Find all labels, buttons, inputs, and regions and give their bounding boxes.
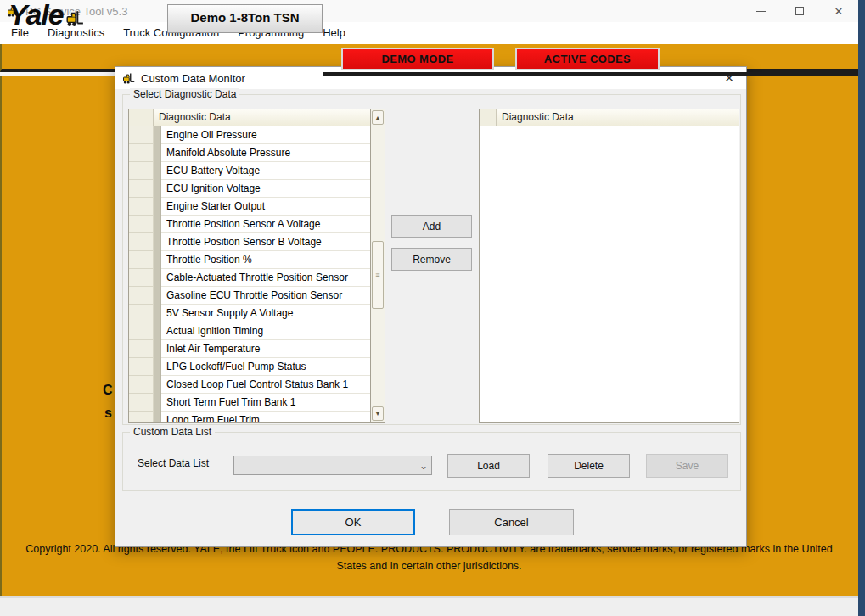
select-data-list-label: Select Data List	[138, 457, 209, 469]
table-row[interactable]: Inlet Air Temperature	[129, 340, 370, 358]
row-selector[interactable]	[129, 340, 154, 358]
diagnostic-item-label[interactable]: Long Term Fuel Trim	[161, 412, 370, 422]
row-indicator	[154, 340, 161, 358]
diagnostic-item-label[interactable]: Gasoline ECU Throttle Position Sensor	[161, 287, 370, 305]
background-text-fragment: s	[104, 406, 112, 421]
diagnostic-item-label[interactable]: Inlet Air Temperature	[161, 340, 370, 358]
remove-button[interactable]: Remove	[391, 248, 472, 271]
group-label: Custom Data List	[130, 426, 215, 438]
diagnostic-item-label[interactable]: Engine Starter Output	[161, 198, 370, 216]
diagnostic-item-label[interactable]: Closed Loop Fuel Control Status Bank 1	[161, 376, 370, 394]
row-selector[interactable]	[129, 305, 154, 322]
table-row[interactable]: Throttle Position Sensor B Voltage	[129, 233, 370, 251]
table-row[interactable]: Short Term Fuel Trim Bank 1	[129, 394, 370, 412]
row-selector[interactable]	[129, 233, 154, 251]
row-selector[interactable]	[129, 269, 154, 287]
background-text-fragment: C	[103, 383, 113, 398]
row-selector[interactable]	[129, 144, 154, 162]
truck-model-button[interactable]: Demo 1-8Ton TSN	[167, 4, 323, 33]
diagnostic-item-label[interactable]: Actual Ignition Timing	[161, 322, 370, 340]
row-selector[interactable]	[129, 376, 154, 394]
add-button[interactable]: Add	[391, 215, 472, 238]
table-row[interactable]: Throttle Position %	[129, 251, 370, 269]
table-row[interactable]: Throttle Position Sensor A Voltage	[129, 216, 370, 233]
table-row[interactable]: Long Term Fuel Trim	[129, 412, 370, 422]
row-selector[interactable]	[129, 162, 154, 180]
row-indicator	[154, 126, 161, 144]
group-label: Select Diagnostic Data	[130, 88, 239, 100]
row-selector[interactable]	[129, 358, 154, 376]
table-row[interactable]: Actual Ignition Timing	[129, 322, 370, 340]
diagnostic-item-label[interactable]: Throttle Position Sensor A Voltage	[161, 216, 370, 233]
table-row[interactable]: Engine Starter Output	[129, 198, 370, 216]
scroll-up-icon: ▲	[375, 115, 381, 120]
diagnostic-item-label[interactable]: Manifold Absolute Pressure	[161, 144, 370, 162]
row-selector[interactable]	[129, 251, 154, 269]
table-row[interactable]: Manifold Absolute Pressure	[129, 144, 370, 162]
status-strip	[0, 596, 858, 616]
available-data-grid[interactable]: Diagnostic Data Engine Oil Pressure Mani…	[128, 109, 385, 423]
load-button[interactable]: Load	[447, 454, 530, 478]
diagnostic-item-label[interactable]: Cable-Actuated Throttle Position Sensor	[161, 269, 370, 287]
row-selector[interactable]	[129, 412, 154, 422]
close-button[interactable]: ✕	[819, 0, 858, 22]
maximize-button[interactable]	[780, 0, 819, 22]
row-selector[interactable]	[129, 322, 154, 340]
table-row[interactable]: ECU Ignition Voltage	[129, 180, 370, 198]
maximize-icon	[795, 7, 804, 15]
row-selector[interactable]	[129, 180, 154, 198]
dialog-close-button[interactable]: ✕	[712, 67, 746, 89]
diagnostic-item-label[interactable]: LPG Lockoff/Fuel Pump Status	[161, 358, 370, 376]
table-row[interactable]: Closed Loop Fuel Control Status Bank 1	[129, 376, 370, 394]
row-indicator	[154, 251, 161, 269]
table-row[interactable]: ECU Battery Voltage	[129, 162, 370, 180]
table-row[interactable]: Engine Oil Pressure	[129, 126, 370, 144]
row-indicator	[154, 376, 161, 394]
table-row[interactable]: 5V Sensor Supply A Voltage	[129, 305, 370, 322]
row-indicator	[154, 305, 161, 322]
demo-mode-button[interactable]: DEMO MODE	[341, 48, 494, 70]
grid-header-row: Diagnostic Data	[480, 109, 739, 126]
row-selector[interactable]	[129, 394, 154, 412]
menu-bar: File Diagnostics Truck Configuration Pro…	[0, 22, 858, 44]
scrollbar-thumb[interactable]: ≡	[372, 241, 384, 309]
table-row[interactable]: Gasoline ECU Throttle Position Sensor	[129, 287, 370, 305]
row-indicator	[154, 322, 161, 340]
row-indicator	[154, 162, 161, 180]
diagnostic-item-label[interactable]: Throttle Position Sensor B Voltage	[161, 233, 370, 251]
minimize-button[interactable]	[741, 0, 780, 22]
screen: PC Service Tool v5.3 ✕ File Diagnostics …	[0, 0, 865, 616]
scroll-down-button[interactable]: ▼	[372, 406, 384, 421]
diagnostic-item-label[interactable]: Engine Oil Pressure	[161, 126, 370, 144]
selected-data-grid[interactable]: Diagnostic Data	[479, 109, 739, 423]
diagnostic-item-label[interactable]: ECU Ignition Voltage	[161, 180, 370, 198]
vertical-scrollbar[interactable]: ▲ ≡ ▼	[370, 109, 385, 422]
scroll-up-button[interactable]: ▲	[372, 110, 384, 125]
yale-forklift-icon	[65, 9, 84, 28]
row-indicator	[154, 216, 161, 233]
scroll-down-icon: ▼	[375, 411, 381, 417]
column-header[interactable]: Diagnostic Data	[497, 109, 739, 126]
row-indicator	[154, 144, 161, 162]
diagnostic-item-label[interactable]: Short Term Fuel Trim Bank 1	[161, 394, 370, 412]
row-indicator	[154, 198, 161, 216]
data-list-dropdown[interactable]: ⌄	[233, 456, 432, 475]
row-selector[interactable]	[129, 287, 154, 305]
diagnostic-item-label[interactable]: Throttle Position %	[161, 251, 370, 269]
diagnostic-item-label[interactable]: ECU Battery Voltage	[161, 162, 370, 180]
grid-header-row: Diagnostic Data	[129, 109, 370, 126]
cancel-button[interactable]: Cancel	[449, 509, 574, 535]
delete-button[interactable]: Delete	[548, 454, 630, 478]
row-selector[interactable]	[129, 216, 154, 233]
diagnostic-item-label[interactable]: 5V Sensor Supply A Voltage	[161, 305, 370, 322]
custom-data-list-group: Custom Data List Select Data List ⌄ Load…	[122, 432, 741, 491]
table-row[interactable]: LPG Lockoff/Fuel Pump Status	[129, 358, 370, 376]
row-selector[interactable]	[129, 198, 154, 216]
column-header[interactable]: Diagnostic Data	[154, 109, 370, 126]
header-band-border	[323, 72, 858, 76]
grid-corner-cell	[129, 109, 154, 126]
active-codes-button[interactable]: ACTIVE CODES	[515, 48, 660, 70]
ok-button[interactable]: OK	[291, 509, 415, 535]
table-row[interactable]: Cable-Actuated Throttle Position Sensor	[129, 269, 370, 287]
row-selector[interactable]	[129, 126, 154, 144]
